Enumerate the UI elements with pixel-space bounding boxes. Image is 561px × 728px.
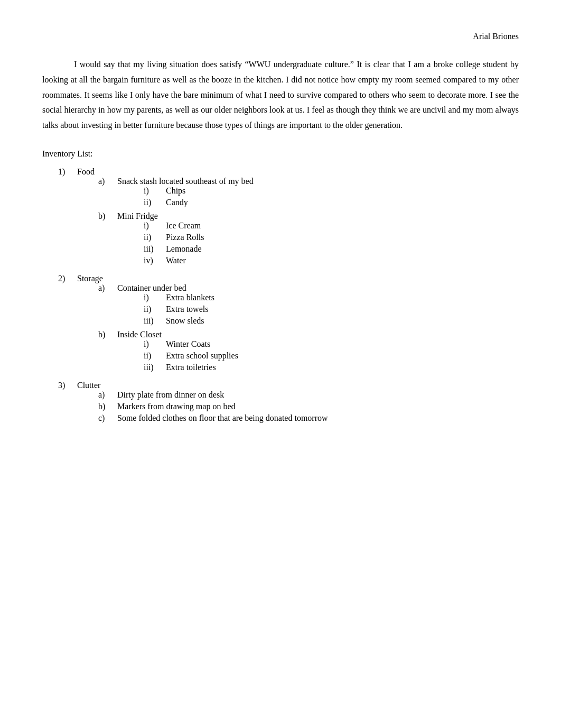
list-label: Ice Cream [166, 221, 201, 231]
list-label: Clutter [77, 381, 519, 390]
list-roman: iv) [144, 256, 166, 265]
list-item: ii)Pizza Rolls [144, 233, 519, 242]
list-sub-content: Some folded clothes on floor that are be… [117, 413, 519, 423]
list-item: b)Inside Closeti)Winter Coatsii)Extra sc… [98, 330, 519, 374]
list-item: i)Ice Cream [144, 221, 519, 231]
list-num: 2) [58, 274, 77, 283]
list-item: iii)Lemonade [144, 244, 519, 254]
list-label: Water [166, 256, 186, 265]
list-content: Cluttera)Dirty plate from dinner on desk… [77, 381, 519, 425]
list-label: Dirty plate from dinner on desk [117, 390, 519, 400]
list-label: Markers from drawing map on bed [117, 402, 519, 411]
list-sub-content: Inside Closeti)Winter Coatsii)Extra scho… [117, 330, 519, 374]
list-label: Extra blankets [166, 293, 214, 302]
list-item: c)Some folded clothes on floor that are … [98, 413, 519, 423]
list-label: Candy [166, 198, 188, 207]
list-sub-content: Container under bedi)Extra blanketsii)Ex… [117, 283, 519, 328]
list-letter: b) [98, 330, 117, 339]
list-label: Container under bed [117, 283, 519, 293]
level3-list: i)Ice Creamii)Pizza Rollsiii)Lemonadeiv)… [117, 221, 519, 268]
list-label: Storage [77, 274, 519, 283]
list-item: ii)Extra towels [144, 305, 519, 314]
list-sub-content: Snack stash located southeast of my bedi… [117, 177, 519, 209]
list-roman: i) [144, 186, 166, 196]
list-label: Lemonade [166, 244, 202, 254]
main-paragraph: I would say that my living situation doe… [42, 57, 519, 133]
list-num: 1) [58, 167, 77, 177]
list-label: Extra school supplies [166, 351, 238, 361]
list-label: Extra towels [166, 305, 208, 314]
inventory-title: Inventory List: [42, 149, 519, 159]
list-item: i)Chips [144, 186, 519, 196]
author-name: Arial Briones [473, 32, 519, 41]
list-letter: b) [98, 211, 117, 221]
list-roman: ii) [144, 233, 166, 242]
level3-list: i)Chipsii)Candy [117, 186, 519, 209]
level2-list: a)Dirty plate from dinner on deskb)Marke… [77, 390, 519, 425]
list-item: a)Container under bedi)Extra blanketsii)… [98, 283, 519, 328]
list-num: 3) [58, 381, 77, 390]
list-item: b)Mini Fridgei)Ice Creamii)Pizza Rollsii… [98, 211, 519, 268]
author-line: Arial Briones [42, 32, 519, 41]
list-label: Snow sleds [166, 316, 204, 326]
list-roman: ii) [144, 351, 166, 361]
list-letter: a) [98, 283, 117, 293]
list-item: iii)Snow sleds [144, 316, 519, 326]
list-roman: iii) [144, 363, 166, 372]
list-item: 1)Fooda)Snack stash located southeast of… [58, 167, 519, 270]
list-roman: ii) [144, 198, 166, 207]
list-label: Chips [166, 186, 185, 196]
list-letter: a) [98, 390, 117, 400]
list-label: Mini Fridge [117, 211, 519, 221]
list-label: Snack stash located southeast of my bed [117, 177, 519, 186]
level2-list: a)Container under bedi)Extra blanketsii)… [77, 283, 519, 376]
list-sub-content: Dirty plate from dinner on desk [117, 390, 519, 400]
list-content: Storagea)Container under bedi)Extra blan… [77, 274, 519, 376]
list-label: Winter Coats [166, 339, 210, 349]
list-item: i)Winter Coats [144, 339, 519, 349]
inventory-section: Inventory List: 1)Fooda)Snack stash loca… [42, 149, 519, 425]
list-item: 2)Storagea)Container under bedi)Extra bl… [58, 274, 519, 376]
list-item: ii)Candy [144, 198, 519, 207]
level3-list: i)Extra blanketsii)Extra towelsiii)Snow … [117, 293, 519, 328]
list-label: Pizza Rolls [166, 233, 204, 242]
list-item: 3)Cluttera)Dirty plate from dinner on de… [58, 381, 519, 425]
list-label: Food [77, 167, 519, 177]
list-item: i)Extra blankets [144, 293, 519, 302]
list-roman: i) [144, 293, 166, 302]
level3-list: i)Winter Coatsii)Extra school suppliesii… [117, 339, 519, 374]
list-letter: b) [98, 402, 117, 411]
list-label: Inside Closet [117, 330, 519, 339]
list-sub-content: Markers from drawing map on bed [117, 402, 519, 411]
level2-list: a)Snack stash located southeast of my be… [77, 177, 519, 270]
list-item: ii)Extra school supplies [144, 351, 519, 361]
list-roman: iii) [144, 316, 166, 326]
list-roman: i) [144, 221, 166, 231]
list-label: Extra toiletries [166, 363, 216, 372]
list-letter: a) [98, 177, 117, 186]
list-sub-content: Mini Fridgei)Ice Creamii)Pizza Rollsiii)… [117, 211, 519, 268]
list-roman: i) [144, 339, 166, 349]
list-content: Fooda)Snack stash located southeast of m… [77, 167, 519, 270]
list-roman: iii) [144, 244, 166, 254]
list-item: iv)Water [144, 256, 519, 265]
level1-list: 1)Fooda)Snack stash located southeast of… [42, 167, 519, 425]
list-letter: c) [98, 413, 117, 423]
list-roman: ii) [144, 305, 166, 314]
list-label: Some folded clothes on floor that are be… [117, 413, 519, 423]
list-item: b)Markers from drawing map on bed [98, 402, 519, 411]
list-item: a)Snack stash located southeast of my be… [98, 177, 519, 209]
list-item: a)Dirty plate from dinner on desk [98, 390, 519, 400]
list-item: iii)Extra toiletries [144, 363, 519, 372]
